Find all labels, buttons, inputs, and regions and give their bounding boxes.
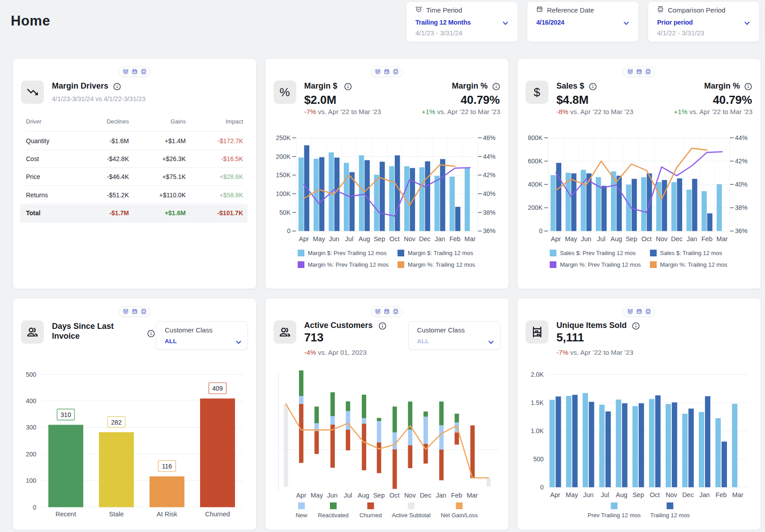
svg-text:0: 0 <box>540 484 544 491</box>
svg-text:2.0K: 2.0K <box>531 371 544 378</box>
svg-text:Stale: Stale <box>109 511 124 518</box>
svg-text:42%: 42% <box>483 171 496 179</box>
svg-text:Dec: Dec <box>419 492 431 499</box>
svg-text:Aug: Aug <box>358 235 370 243</box>
svg-text:Apr: Apr <box>550 491 560 498</box>
svg-text:Net Gain/Loss: Net Gain/Loss <box>440 512 478 519</box>
svg-text:44%: 44% <box>735 134 748 141</box>
svg-text:Feb: Feb <box>451 492 462 499</box>
svg-text:Jan: Jan <box>436 492 446 499</box>
svg-text:New: New <box>295 512 308 519</box>
svg-text:36%: 36% <box>735 227 748 234</box>
svg-text:Prev Trailing 12 mos: Prev Trailing 12 mos <box>588 512 641 519</box>
svg-text:800K: 800K <box>528 134 543 141</box>
svg-text:Trailing 12 mos: Trailing 12 mos <box>650 512 690 519</box>
svg-text:200K: 200K <box>276 153 291 160</box>
svg-text:36%: 36% <box>483 227 496 234</box>
svg-text:Apr: Apr <box>296 492 306 499</box>
svg-text:Reactivated: Reactivated <box>318 512 349 519</box>
svg-text:282: 282 <box>111 419 122 426</box>
svg-text:Jan: Jan <box>687 235 697 243</box>
svg-text:Churned: Churned <box>359 512 382 519</box>
svg-text:Oct: Oct <box>389 492 400 499</box>
svg-text:Apr: Apr <box>299 235 309 243</box>
svg-text:Jul: Jul <box>343 492 352 499</box>
svg-text:50K: 50K <box>279 209 291 216</box>
svg-text:Feb: Feb <box>449 235 460 243</box>
svg-text:Mar: Mar <box>464 235 475 243</box>
svg-text:Nov: Nov <box>666 491 678 498</box>
svg-text:Jul: Jul <box>601 491 609 498</box>
svg-text:38%: 38% <box>483 209 496 216</box>
svg-text:42%: 42% <box>735 157 748 165</box>
svg-text:May: May <box>566 491 578 498</box>
svg-text:310: 310 <box>60 411 71 418</box>
svg-text:Aug: Aug <box>357 492 369 499</box>
svg-text:Jun: Jun <box>329 235 339 243</box>
svg-text:Aug: Aug <box>616 491 628 498</box>
svg-text:300: 300 <box>26 424 37 431</box>
svg-text:100K: 100K <box>276 190 291 197</box>
svg-text:Dec: Dec <box>671 235 683 243</box>
svg-text:Jan: Jan <box>699 491 709 498</box>
svg-text:150K: 150K <box>276 171 291 179</box>
svg-text:Dec: Dec <box>682 491 694 498</box>
svg-text:May: May <box>565 235 577 243</box>
svg-text:44%: 44% <box>483 153 496 160</box>
svg-text:Mar: Mar <box>466 492 478 499</box>
svg-text:0: 0 <box>287 227 291 234</box>
svg-text:500: 500 <box>26 371 37 378</box>
svg-text:Nov: Nov <box>404 492 416 499</box>
svg-text:Jul: Jul <box>597 235 606 243</box>
svg-text:Mar: Mar <box>717 235 728 243</box>
svg-text:Active Subtotal: Active Subtotal <box>392 512 431 519</box>
svg-text:Oct: Oct <box>641 235 652 243</box>
svg-text:Apr: Apr <box>551 235 561 243</box>
svg-text:1.5K: 1.5K <box>531 399 544 406</box>
svg-text:Dec: Dec <box>419 235 431 243</box>
svg-text:409: 409 <box>212 385 223 392</box>
svg-text:0: 0 <box>539 227 543 234</box>
svg-text:Sep: Sep <box>626 235 637 243</box>
svg-text:Jul: Jul <box>345 235 353 243</box>
svg-text:116: 116 <box>162 463 172 470</box>
svg-text:Sep: Sep <box>373 492 385 499</box>
svg-text:600K: 600K <box>528 157 543 165</box>
svg-text:40%: 40% <box>483 190 496 197</box>
svg-text:250K: 250K <box>276 134 291 141</box>
svg-text:Aug: Aug <box>611 235 622 243</box>
svg-text:Oct: Oct <box>389 235 400 243</box>
svg-text:0: 0 <box>33 504 36 511</box>
svg-text:200: 200 <box>26 451 37 458</box>
svg-text:Jun: Jun <box>327 492 337 499</box>
svg-text:38%: 38% <box>735 204 748 211</box>
svg-text:400K: 400K <box>528 181 543 188</box>
svg-text:Churned: Churned <box>205 511 230 518</box>
svg-text:46%: 46% <box>483 134 496 141</box>
svg-text:Jan: Jan <box>434 235 444 243</box>
svg-text:At Risk: At Risk <box>157 511 178 518</box>
svg-text:May: May <box>312 235 325 243</box>
svg-text:Sep: Sep <box>373 235 385 243</box>
svg-text:1.0K: 1.0K <box>531 427 544 434</box>
svg-text:500: 500 <box>533 455 544 463</box>
svg-text:200K: 200K <box>528 204 543 211</box>
svg-text:40%: 40% <box>735 181 748 188</box>
svg-text:Nov: Nov <box>404 235 416 243</box>
svg-text:Feb: Feb <box>701 235 713 243</box>
svg-text:Oct: Oct <box>650 491 660 498</box>
svg-text:Feb: Feb <box>716 491 727 498</box>
svg-text:400: 400 <box>26 397 37 404</box>
svg-text:100: 100 <box>26 477 37 484</box>
svg-text:May: May <box>310 492 323 499</box>
svg-text:Recent: Recent <box>56 511 76 518</box>
svg-text:Jun: Jun <box>583 491 594 498</box>
svg-text:Sep: Sep <box>633 491 644 498</box>
svg-text:Jun: Jun <box>581 235 591 243</box>
svg-text:Mar: Mar <box>732 491 744 498</box>
svg-text:Nov: Nov <box>656 235 668 243</box>
